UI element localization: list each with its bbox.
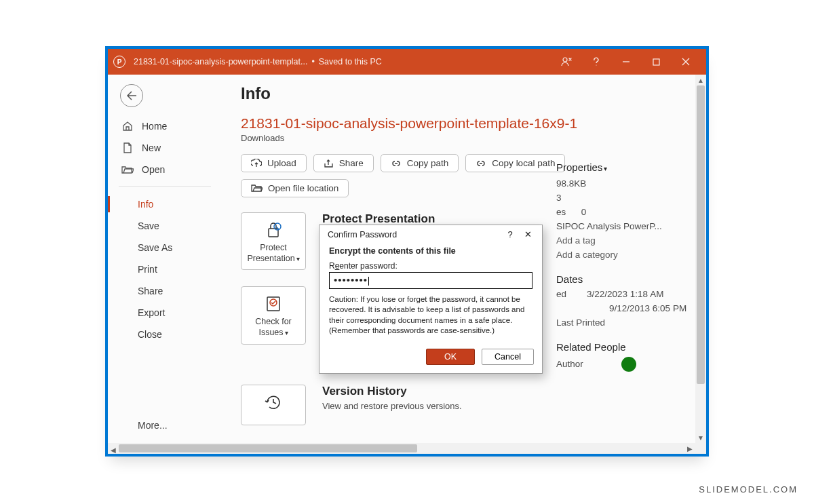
home-icon <box>121 121 134 132</box>
reenter-password-input[interactable]: •••••••• <box>329 272 532 289</box>
prop-title: SIPOC Analysis PowerP... <box>556 221 695 231</box>
prop-created: Created 9/12/2013 6:05 PM <box>556 303 695 313</box>
nav-share[interactable]: Share <box>108 280 222 302</box>
check-issues-button[interactable]: Check for Issues▾ <box>241 286 306 344</box>
dialog-caution-text: Caution: If you lose or forget the passw… <box>329 294 532 336</box>
page-title: Info <box>241 84 679 103</box>
related-people-heading: Related People <box>556 341 695 353</box>
minimize-button[interactable] <box>611 49 641 75</box>
nav-info[interactable]: Info <box>108 193 222 215</box>
account-icon[interactable] <box>551 49 581 75</box>
version-heading: Version History <box>322 385 462 398</box>
add-tag[interactable]: Add a tag <box>556 235 695 246</box>
nav-home[interactable]: Home <box>108 115 222 137</box>
button-label: Share <box>339 158 364 168</box>
author-avatar <box>621 357 636 372</box>
watermark: SLIDEMODEL.COM <box>699 484 798 495</box>
maximize-button[interactable] <box>641 49 671 75</box>
nav-label: Open <box>142 164 165 175</box>
properties-heading[interactable]: Properties▾ <box>556 161 695 173</box>
protect-presentation-button[interactable]: Protect Presentation▾ <box>241 212 306 270</box>
button-label: Open file location <box>268 183 338 193</box>
nav-label: Close <box>138 329 162 340</box>
nav-label: More... <box>138 420 168 431</box>
nav-label: Export <box>138 307 165 318</box>
dialog-titlebar: Confirm Password ? ✕ <box>319 225 542 244</box>
version-history-button[interactable] <box>241 385 306 425</box>
button-label: Upload <box>267 158 296 168</box>
dialog-footer: OK Cancel <box>319 343 542 373</box>
nav-close[interactable]: Close <box>108 324 222 345</box>
save-status: Saved to this PC <box>319 57 382 66</box>
open-icon <box>121 165 134 174</box>
dialog-close-button[interactable]: ✕ <box>519 229 537 239</box>
dialog-help-button[interactable]: ? <box>501 229 519 239</box>
copy-path-button[interactable]: Copy path <box>381 154 459 172</box>
prop-modified: ed 3/22/2023 1:18 AM <box>556 289 695 299</box>
scroll-right-arrow-icon[interactable]: ▶ <box>684 443 695 454</box>
prop-hidden: es 0 <box>556 207 695 217</box>
vertical-scrollbar[interactable]: ▲ ▼ <box>695 75 706 443</box>
ok-button[interactable]: OK <box>426 349 475 365</box>
titlebar: P 21831-01-sipoc-analysis-powerpoint-tem… <box>108 49 706 75</box>
dialog-title: Confirm Password <box>328 230 397 239</box>
backstage-nav: Home New Open Info Save Save As Print Sh… <box>108 75 222 443</box>
svg-point-1 <box>596 64 596 65</box>
scroll-left-arrow-icon[interactable]: ◀ <box>108 445 119 456</box>
upload-button[interactable]: Upload <box>241 154 307 172</box>
button-label: Copy local path <box>492 158 555 168</box>
prop-slides: 3 <box>556 193 695 203</box>
nav-label: Print <box>138 264 157 275</box>
nav-print[interactable]: Print <box>108 258 222 280</box>
nav-save-as[interactable]: Save As <box>108 237 222 258</box>
check-icon <box>265 294 282 314</box>
properties-panel: Properties▾ 98.8KB 3 es 0 SIPOC Analysis… <box>556 161 695 376</box>
file-name: 21831-01-sipoc-analysis-powerpoint-templ… <box>241 115 679 132</box>
svg-point-0 <box>563 58 567 62</box>
dialog-heading: Encrypt the contents of this file <box>329 246 532 256</box>
powerpoint-icon: P <box>113 56 125 68</box>
scroll-up-arrow-icon[interactable]: ▲ <box>695 75 706 85</box>
back-button[interactable] <box>120 84 143 107</box>
open-file-location-button[interactable]: Open file location <box>241 179 349 197</box>
history-icon <box>264 392 283 412</box>
copy-local-path-button[interactable]: Copy local path <box>465 154 565 172</box>
svg-rect-3 <box>653 59 659 65</box>
protect-heading: Protect Presentation <box>322 212 435 226</box>
cancel-button[interactable]: Cancel <box>482 349 534 365</box>
nav-label: Home <box>142 121 167 132</box>
close-window-button[interactable] <box>671 49 701 75</box>
nav-export[interactable]: Export <box>108 302 222 324</box>
dates-heading: Dates <box>556 273 695 285</box>
horizontal-scrollbar[interactable]: ◀ ▶ <box>108 443 695 454</box>
nav-open[interactable]: Open <box>108 159 222 180</box>
prop-size: 98.8KB <box>556 178 695 189</box>
document-title: 21831-01-sipoc-analysis-powerpoint-templ… <box>134 57 307 66</box>
nav-label: Save As <box>138 242 172 253</box>
vertical-scroll-thumb[interactable] <box>697 85 705 384</box>
nav-label: New <box>142 142 161 153</box>
horizontal-scroll-thumb[interactable] <box>119 444 417 452</box>
new-icon <box>121 142 134 153</box>
scroll-corner <box>695 443 706 454</box>
nav-label: Share <box>138 286 163 296</box>
add-category[interactable]: Add a category <box>556 250 695 260</box>
prop-last-printed: Last Printed <box>556 317 695 328</box>
nav-save[interactable]: Save <box>108 215 222 237</box>
nav-more[interactable]: More... <box>108 414 222 436</box>
nav-new[interactable]: New <box>108 137 222 159</box>
version-sub: View and restore previous versions. <box>322 401 462 411</box>
confirm-password-dialog: Confirm Password ? ✕ Encrypt the content… <box>319 225 543 374</box>
reenter-password-label: Reenter password: <box>329 261 532 271</box>
help-icon[interactable] <box>581 49 611 75</box>
button-label: Copy path <box>407 158 449 168</box>
lock-icon <box>264 220 283 240</box>
nav-label: Save <box>138 220 159 231</box>
text-caret <box>368 277 369 286</box>
nav-label: Info <box>138 199 153 210</box>
nav-divider <box>119 186 211 187</box>
prop-author: Author <box>556 357 695 372</box>
share-button[interactable]: Share <box>313 154 374 172</box>
title-separator: • <box>311 57 314 66</box>
scroll-down-arrow-icon[interactable]: ▼ <box>695 432 706 443</box>
